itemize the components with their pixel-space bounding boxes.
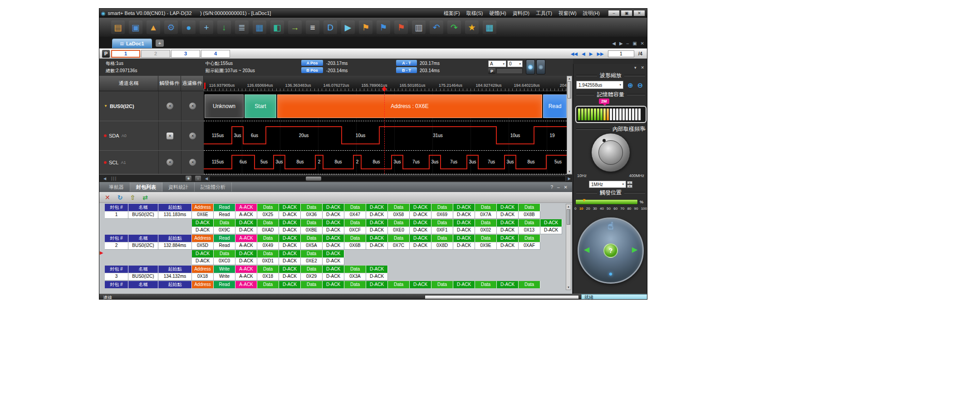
packet-label-cell[interactable]: Address [192, 266, 214, 273]
packet-value-cell[interactable]: A-ACK [235, 273, 257, 281]
probe-icon-1[interactable]: ◉ [186, 176, 191, 181]
filter-none-icon[interactable]: ✕ [189, 133, 196, 139]
packet-fixed-cell[interactable]: 名稱 [128, 281, 158, 288]
expand-more-icon[interactable]: » [643, 126, 646, 132]
probe-icon-2[interactable]: ○ [195, 176, 201, 181]
packet-fixed-cell[interactable]: 1 [105, 212, 128, 219]
packet-label-cell[interactable]: Data [301, 266, 323, 273]
packet-label-cell[interactable]: D-ACK [323, 204, 344, 211]
packet-label-cell[interactable]: Data [257, 250, 279, 257]
packet-label-cell[interactable]: D-ACK [279, 266, 301, 273]
packet-value-cell[interactable]: 0XD1 [257, 258, 279, 265]
packet-value-cell[interactable]: 0X49 [257, 242, 279, 250]
packet-label-cell[interactable]: D-ACK [366, 204, 388, 211]
hand-cursor-icon[interactable]: ☝ [608, 220, 613, 232]
packet-label-cell[interactable]: D-ACK [453, 204, 475, 211]
channel-row-scl[interactable]: SCL A1 ✕ ✕ [99, 151, 204, 174]
memory-capacity-widget[interactable]: 2M [573, 99, 647, 125]
packet-label-cell[interactable]: Address [192, 281, 214, 288]
horizontal-scrollbar[interactable] [209, 176, 566, 182]
packet-value-cell[interactable]: D-ACK [497, 242, 519, 250]
packet-fixed-cell[interactable]: BUS0(I2C) [128, 212, 158, 219]
column-trigger-condition[interactable]: 觸發條件 [158, 76, 181, 91]
sample-rate-knob[interactable] [591, 133, 630, 172]
packet-label-cell[interactable]: D-ACK [279, 281, 301, 288]
packet-label-cell[interactable]: Data [344, 219, 366, 227]
refresh-packet-icon[interactable]: ↻ [118, 194, 123, 201]
packet-value-cell[interactable]: 0X5A [301, 242, 323, 250]
decode-segment[interactable]: Unknown [205, 94, 244, 118]
packet-value-cell[interactable]: A-ACK [235, 212, 257, 219]
trigger-none-icon[interactable]: ✕ [167, 159, 173, 166]
zoom-out-icon[interactable]: ⊖ [637, 82, 643, 89]
bottom-tab[interactable]: 封包列表 [130, 182, 162, 192]
prev-page-button[interactable]: ◀ [582, 51, 585, 56]
save-button[interactable]: ▣ [129, 20, 142, 34]
packet-label-cell[interactable]: D-ACK [323, 219, 344, 227]
packet-value-cell[interactable]: 0X8B [519, 212, 540, 219]
scrollbar-handle[interactable] [306, 177, 321, 181]
packet-label-cell[interactable]: D-ACK [323, 250, 344, 257]
packet-label-cell[interactable]: Data [431, 281, 453, 288]
decode-segment[interactable]: Address : 0X6E [277, 94, 542, 118]
packet-value-cell[interactable]: 0X29 [301, 273, 323, 281]
packet-value-cell[interactable]: D-ACK [497, 227, 519, 234]
packet-fixed-cell[interactable]: 起始點 [158, 281, 192, 288]
packet-fixed-cell[interactable]: BUS0(I2C) [128, 242, 158, 250]
search-next-button[interactable]: ↷ [447, 20, 461, 34]
packet-label-cell[interactable]: Data [475, 219, 497, 227]
packet-fixed-cell[interactable]: 132.884ms [158, 242, 192, 250]
wave-scroll-right-icon[interactable]: ▶ [567, 177, 572, 181]
page-button-3[interactable]: 3 [171, 50, 200, 58]
packet-label-cell[interactable]: Data [344, 204, 366, 211]
packet-value-cell[interactable]: D-ACK [410, 227, 431, 234]
packet-value-cell[interactable]: 0X3A [344, 273, 366, 281]
packet-label-cell[interactable]: Data [301, 235, 323, 242]
packet-fixed-cell[interactable]: 起始點 [158, 204, 192, 211]
packet-label-cell[interactable]: D-ACK [497, 219, 519, 227]
zoom-scale-select[interactable]: 1.942558us ▾ [576, 81, 623, 89]
bottom-tab[interactable]: 資料統計 [162, 182, 195, 192]
packet-fixed-cell[interactable]: 封包 # [105, 266, 128, 273]
compass-ring[interactable]: ☝ ◀ ▶ ? ● [578, 217, 644, 284]
packet-value-cell[interactable]: 0XBE [301, 227, 323, 234]
packet-label-cell[interactable]: Data [257, 281, 279, 288]
capture-button[interactable]: ● [182, 20, 196, 34]
packet-label-cell[interactable]: D-ACK [366, 219, 388, 227]
packet-value-cell[interactable]: 0X13 [519, 227, 540, 234]
packet-fixed-cell[interactable]: 封包 # [105, 235, 128, 242]
page-button-4[interactable]: 4 [201, 50, 230, 58]
packet-fixed-cell[interactable]: 134.132ms [158, 273, 192, 281]
column-filter-condition[interactable]: 過濾條件 [181, 76, 204, 91]
packet-label-cell[interactable]: D-ACK [453, 235, 475, 242]
flag-t-button[interactable]: ⚑ [394, 20, 408, 34]
waveform-vertical-scrollbar[interactable]: ▲ ▼ [567, 76, 572, 174]
packet-label-cell[interactable]: Write [214, 266, 235, 273]
menu-item[interactable]: 檔案(F) [441, 10, 463, 17]
scrollbar-handle[interactable] [568, 81, 571, 99]
packet-label-cell[interactable]: D-ACK [323, 281, 344, 288]
bottom-tab[interactable]: 導航器 [103, 182, 130, 192]
video-button[interactable]: ▶ [341, 20, 355, 34]
tools-button[interactable]: + [200, 20, 213, 34]
packet-value-cell[interactable]: A-ACK [235, 242, 257, 250]
flag-b-button[interactable]: ⚑ [377, 20, 390, 34]
packet-label-cell[interactable]: D-ACK [540, 219, 562, 227]
bus-decode-button[interactable]: D [323, 20, 337, 34]
packet-label-cell[interactable]: D-ACK [497, 204, 519, 211]
packet-label-cell[interactable]: Data [519, 281, 540, 288]
zoom-in-icon[interactable]: ⊕ [627, 82, 633, 89]
collapse-icon[interactable]: ▼ [104, 104, 108, 108]
packet-label-cell[interactable]: Address [192, 204, 214, 211]
packet-value-cell[interactable]: Read [214, 242, 235, 250]
packet-value-cell[interactable]: D-ACK [366, 242, 388, 250]
packet-value-cell[interactable]: D-ACK [453, 212, 475, 219]
packet-label-cell[interactable]: Data [431, 235, 453, 242]
close-button[interactable]: ✕ [633, 10, 645, 16]
packet-label-cell[interactable]: D-ACK [279, 235, 301, 242]
packet-value-cell[interactable]: D-ACK [540, 227, 562, 234]
packet-value-cell[interactable]: D-ACK [323, 242, 344, 250]
waveform-area[interactable]: 116.937905us126.650694us136.363483us146.… [204, 76, 567, 174]
packet-value-cell[interactable]: 0X47 [344, 212, 366, 219]
packet-value-cell[interactable]: D-ACK [279, 273, 301, 281]
